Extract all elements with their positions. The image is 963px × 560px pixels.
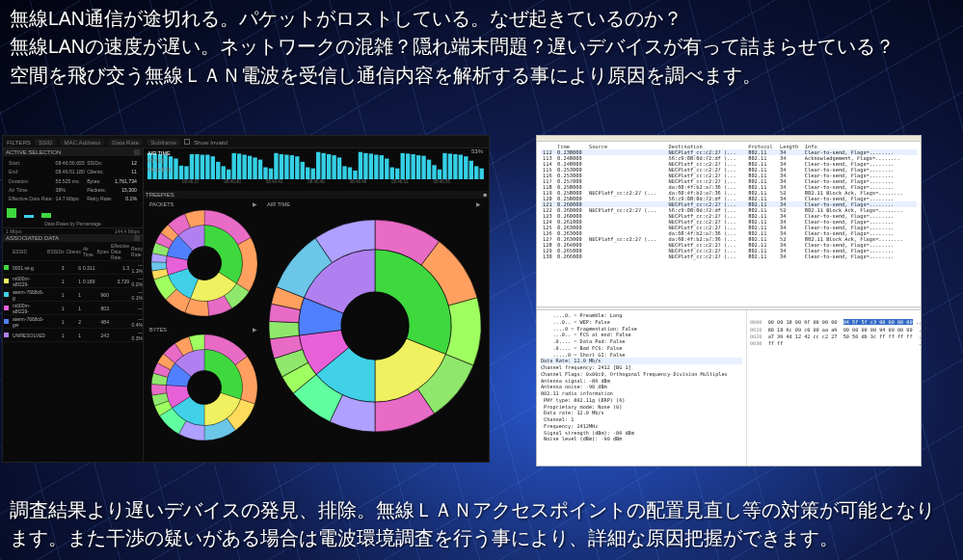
active-selection-title: ACTIVE SELECTION [6,149,61,155]
svg-rect-18 [242,155,246,179]
svg-rect-11 [205,155,209,179]
filters-label: FILTERS [7,139,31,146]
right-arrow-icon[interactable]: ▶ [253,201,257,207]
assoc-data-title: ASSOCIATED DATA [6,235,59,241]
svg-rect-56 [442,153,446,179]
svg-rect-60 [464,156,468,179]
svg-rect-23 [269,169,273,179]
mac-filter[interactable]: MAC Address [60,139,104,146]
svg-rect-58 [453,154,457,179]
hex-bytes: a7 36 4d 12 42 cc c2 27 50 56 db 3c ff f… [762,333,921,339]
table-row[interactable]: aterm-7668c6-gw12484--- 0.4% [3,315,143,329]
hex-bytes: 00 00 18 00 6f 00 00 00 [762,319,843,325]
svg-rect-27 [290,155,294,179]
show-invalid-checkbox[interactable] [184,139,190,145]
subframe-filter[interactable]: Subframe [147,139,180,146]
treepies-title: TREEPIES [146,192,174,198]
svg-rect-54 [432,165,436,179]
packet-tree[interactable]: ....0. = Preamble: Long ...0.. = WEP: Fa… [537,310,746,466]
svg-rect-52 [421,156,425,179]
tab-packets[interactable]: PACKETS [147,166,172,173]
table-row[interactable]: aterm-7668c6-g11960--- 0.1% [3,288,143,302]
svg-rect-57 [448,153,452,179]
airtime-chart[interactable]: AIR TIME BYTES PACKETS 53% 08:46:3708:46… [144,148,489,191]
svg-rect-15 [227,170,230,179]
hero-text-top: 無線LAN通信が途切れる。パケットがロストしている。なぜ起きているのか？ 無線L… [0,0,963,93]
svg-rect-6 [179,166,183,179]
svg-rect-8 [190,154,194,179]
ssid-filter[interactable]: SSID [35,139,56,146]
table-row[interactable]: UNRESOLVED11243--- 0.3% [3,329,143,342]
svg-rect-32 [316,152,320,179]
packet-row[interactable]: 1300.266000NECPlatf_cc:c2:27 (...802.113… [541,253,917,259]
svg-rect-55 [438,170,441,179]
svg-rect-21 [258,160,262,179]
svg-rect-44 [380,155,384,179]
hex-ascii: ....... ._._..... [913,319,921,325]
tab-airtime[interactable]: AIR TIME [147,149,172,157]
svg-rect-31 [311,169,315,179]
svg-point-65 [187,371,221,405]
table-row[interactable]: 0001.wi-g360.3111.3--- 1.1% [3,261,143,275]
hex-addr: 0030 [750,340,762,346]
svg-rect-35 [332,155,335,179]
active-selection-header: ACTIVE SELECTION [3,148,143,156]
datarate-filter[interactable]: Data Rate [108,139,143,146]
svg-rect-48 [401,153,405,179]
svg-rect-10 [201,155,204,179]
svg-rect-47 [395,169,399,179]
right-arrow-icon[interactable]: ▶ [253,327,257,333]
svg-rect-16 [232,153,236,179]
table-row[interactable]: rs600m-a8f229-11803--- [3,302,143,315]
svg-rect-14 [222,166,226,179]
hex-bytes: 80 18 6c 09 c0 00 aa a6 00 00 00 00 94 0… [762,327,921,333]
svg-rect-17 [237,153,241,179]
svg-rect-62 [474,166,478,179]
svg-rect-40 [359,152,362,179]
airtime-pct-max: 53% [471,148,483,154]
right-arrow-icon[interactable]: ▶ [476,201,481,207]
hex-addr: 0000 [750,319,762,325]
svg-rect-38 [348,168,352,179]
svg-rect-22 [263,168,267,179]
assoc-data-header: ASSOCIATED DATA [3,234,143,242]
bars-caption: Data Rates by Percentage [3,220,143,228]
svg-rect-12 [211,156,215,179]
hex-bytes: ff ff .. [762,340,921,346]
hex-view[interactable]: 0000 00 00 18 00 6f 00 00 00 94 5f 5f c3… [746,310,921,466]
collapse-icon[interactable] [134,149,140,155]
pie-bytes-label: BYTES [149,327,167,333]
svg-rect-51 [416,155,420,179]
packet-capture-window: TimeSourceDestinationProtocolLengthInfo1… [536,135,922,467]
svg-rect-24 [274,153,278,179]
table-row[interactable]: rs600m-a8f229-110.1893,729--- 0.2% [3,275,143,288]
assoc-table[interactable]: ESSIDBSSIDsClientsAir TimeBytesEffective… [3,242,143,342]
svg-rect-45 [385,158,388,179]
wifi-analyzer-window: FILTERS SSID MAC Address Data Rate Subfr… [2,135,490,463]
hero-text-bottom: 調査結果より遅いデバイスの発見、排除。無線ＬＡＮアクセスポイントの配置見直し等の… [0,496,963,553]
svg-rect-29 [301,162,305,179]
active-selection-stats: Start:08:46:50.655SSIDs:12End:08:46:51.1… [3,156,143,206]
svg-rect-46 [390,168,394,179]
svg-rect-50 [411,154,415,179]
packet-list[interactable]: TimeSourceDestinationProtocolLengthInfo1… [541,143,917,259]
svg-rect-53 [427,160,431,179]
pie-airtime-label: AIR TIME [267,201,290,207]
filter-bar: FILTERS SSID MAC Address Data Rate Subfr… [3,136,489,148]
svg-point-66 [341,291,409,359]
tab-bytes[interactable]: BYTES [147,157,172,165]
collapse-icon[interactable] [134,235,140,241]
svg-rect-30 [306,168,309,179]
svg-rect-37 [342,166,346,179]
svg-rect-36 [337,157,341,179]
collapse-icon[interactable]: ■ [483,192,487,198]
svg-rect-20 [253,157,256,179]
svg-rect-19 [248,156,252,179]
svg-rect-26 [284,155,288,179]
hex-addr: 0010 [750,327,762,333]
svg-rect-25 [280,154,283,179]
pie-packets-label: PACKETS [149,201,174,207]
svg-rect-33 [321,153,325,179]
svg-rect-49 [406,153,410,179]
svg-rect-42 [369,153,373,179]
